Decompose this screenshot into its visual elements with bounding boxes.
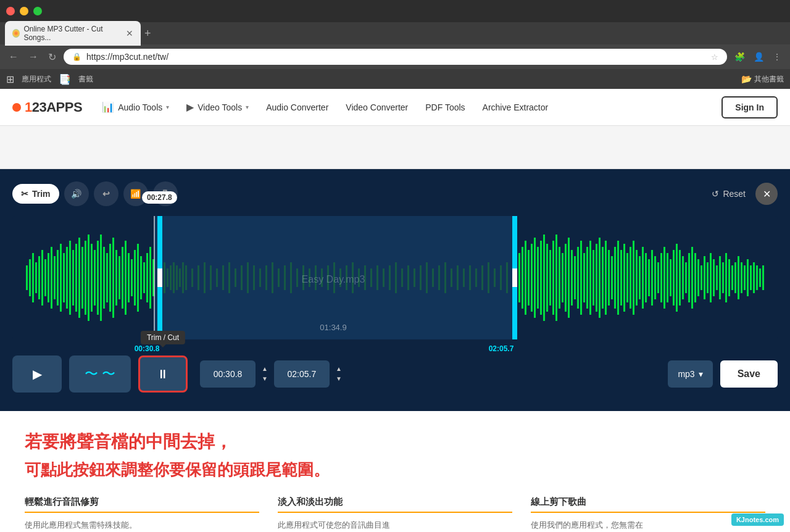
title-bar [0, 0, 790, 22]
reset-btn[interactable]: ↺ Reset [712, 189, 746, 199]
svg-rect-152 [657, 262, 659, 293]
profile-btn[interactable]: 👤 [751, 49, 767, 64]
svg-rect-136 [608, 250, 610, 305]
svg-rect-67 [272, 262, 273, 293]
reload-btn[interactable]: ↻ [46, 49, 59, 65]
svg-rect-100 [475, 268, 477, 287]
video-play-icon: ▶ [186, 101, 194, 113]
svg-rect-130 [589, 241, 591, 315]
svg-rect-146 [639, 256, 641, 299]
svg-rect-64 [253, 265, 255, 290]
nav-video-tools-label: Video Tools [198, 102, 242, 112]
nav-pdf-tools-label: PDF Tools [425, 102, 465, 112]
start-time-input[interactable] [200, 360, 256, 388]
forward-btn[interactable]: → [26, 49, 41, 65]
svg-rect-32 [118, 256, 120, 299]
svg-rect-8 [44, 259, 46, 296]
new-tab-btn[interactable]: + [144, 27, 151, 40]
bookmarks-apps[interactable]: 應用程式 [22, 74, 51, 85]
nav-audio-converter[interactable]: Audio Converter [259, 98, 336, 117]
svg-rect-66 [265, 265, 267, 290]
svg-rect-164 [694, 253, 696, 302]
svg-rect-168 [707, 262, 709, 293]
svg-rect-90 [414, 268, 415, 287]
logo[interactable]: 123APPS [12, 99, 82, 115]
content-col-1-heading: 輕鬆進行音訊修剪 [25, 496, 259, 513]
play-btn[interactable]: ▶ [12, 355, 62, 393]
svg-rect-2 [26, 265, 28, 290]
svg-rect-96 [451, 268, 452, 287]
content-col-1-body: 使用此應用程式無需特殊技能。 [25, 519, 259, 532]
minimize-window-btn[interactable] [20, 7, 28, 15]
svg-rect-153 [660, 253, 662, 302]
svg-rect-61 [235, 268, 236, 287]
bookmarks-saved[interactable]: 書籤 [78, 74, 93, 85]
sign-in-button[interactable]: Sign In [721, 96, 778, 118]
close-window-btn[interactable] [6, 7, 15, 15]
svg-rect-92 [426, 262, 428, 293]
svg-rect-59 [222, 265, 224, 290]
svg-rect-144 [633, 241, 634, 315]
maximize-window-btn[interactable] [33, 7, 42, 15]
nav-audio-converter-label: Audio Converter [266, 102, 328, 112]
svg-rect-36 [131, 259, 133, 296]
svg-rect-166 [701, 265, 702, 290]
content-col-3: 線上剪下歌曲 使用我們的應用程式，您無需在 [531, 496, 765, 532]
svg-rect-23 [91, 244, 93, 312]
nav-video-tools[interactable]: ▶ Video Tools ▾ [179, 96, 256, 118]
close-editor-btn[interactable]: ✕ [755, 183, 778, 205]
svg-rect-150 [651, 250, 653, 305]
nav-audio-tools[interactable]: 📊 Audio Tools ▾ [94, 96, 177, 118]
active-tab[interactable]: Online MP3 Cutter - Cut Songs... ✕ [5, 21, 141, 46]
svg-rect-163 [691, 247, 693, 309]
svg-rect-162 [688, 253, 690, 302]
undo-tool-btn[interactable]: ↩ [94, 181, 118, 206]
svg-rect-91 [420, 265, 422, 290]
bookmarks-right[interactable]: 📂 其他書籤 [741, 74, 784, 85]
nav-video-converter[interactable]: Video Converter [338, 98, 415, 117]
trim-cut-btn[interactable]: ⏸ [138, 355, 188, 393]
end-time-input[interactable] [274, 360, 330, 388]
nav-pdf-tools[interactable]: PDF Tools [418, 98, 472, 117]
trim-tool-btn[interactable]: ✂ Trim [12, 184, 59, 204]
back-btn[interactable]: ← [6, 49, 21, 65]
svg-rect-122 [565, 244, 567, 312]
svg-rect-6 [38, 256, 40, 299]
fade-out-icon: 〜 [102, 365, 115, 383]
svg-rect-173 [722, 262, 724, 293]
fade-btn[interactable]: 〜 〜 [69, 355, 131, 393]
svg-rect-132 [596, 244, 597, 312]
svg-rect-26 [100, 235, 102, 321]
svg-rect-158 [676, 244, 678, 312]
svg-rect-29 [109, 244, 111, 312]
svg-rect-114 [540, 241, 542, 315]
svg-rect-123 [568, 238, 570, 318]
end-time-up-btn[interactable]: ▲ [335, 365, 343, 373]
svg-rect-22 [88, 235, 89, 321]
bookmark-star-btn[interactable]: ☆ [711, 52, 718, 62]
end-time-down-btn[interactable]: ▼ [335, 375, 343, 383]
format-btn[interactable]: mp3 ▾ [668, 360, 712, 388]
content-col-2: 淡入和淡出功能 此應用程式可使您的音訊曲目進 [278, 496, 512, 532]
svg-rect-185 [759, 268, 761, 287]
menu-btn[interactable]: ⋮ [770, 49, 784, 64]
play-icon: ▶ [33, 367, 42, 381]
svg-rect-191 [512, 268, 517, 287]
tab-close-btn[interactable]: ✕ [126, 28, 133, 38]
svg-rect-34 [125, 241, 127, 315]
scissors-icon: ✂ [21, 189, 28, 199]
start-time-down-btn[interactable]: ▼ [260, 375, 269, 383]
nav-archive-extractor[interactable]: Archive Extractor [475, 98, 556, 117]
time-center-label: 01:34.9 [320, 323, 346, 332]
url-box[interactable]: 🔒 https://mp3cut.net/tw/ ☆ [64, 49, 727, 65]
svg-rect-174 [725, 253, 727, 302]
save-btn[interactable]: Save [720, 360, 778, 388]
svg-rect-69 [284, 265, 286, 290]
extensions-btn[interactable]: 🧩 [732, 49, 747, 64]
svg-rect-116 [546, 244, 548, 312]
content-col-2-heading: 淡入和淡出功能 [278, 496, 512, 513]
start-time-up-btn[interactable]: ▲ [260, 365, 269, 373]
volume-tool-btn[interactable]: 🔊 [64, 181, 89, 206]
svg-rect-4 [32, 253, 34, 302]
waveform-svg[interactable]: // Will be rendered below [12, 216, 778, 339]
